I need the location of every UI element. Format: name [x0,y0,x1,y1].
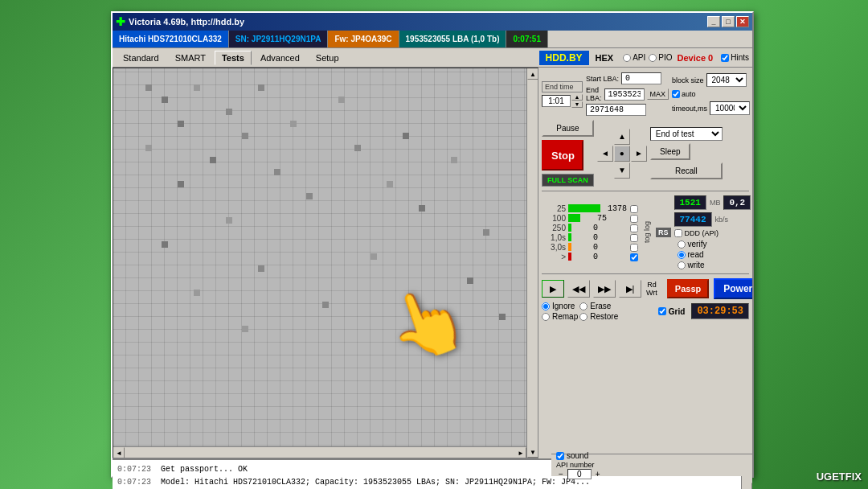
tog-log-label: tog log [641,220,653,244]
block-size-select[interactable]: 2048 [706,73,747,87]
power-button[interactable]: Power [714,278,752,299]
ddd-checkbox[interactable] [674,229,682,237]
scan-block [145,84,152,91]
cb1[interactable] [630,205,638,213]
log-scroll-thumb[interactable] [743,483,752,489]
tab-tests[interactable]: Tests [215,51,252,65]
cb6[interactable] [630,253,638,261]
scan-block [194,290,200,296]
verify-radio[interactable]: verify [678,240,752,249]
play-button[interactable]: ▶ [542,280,564,298]
dir-left-button[interactable]: ◄ [597,146,613,162]
hints-checkbox-group: Hints [721,53,749,62]
end-of-test-select[interactable]: End of test [650,127,723,141]
pio-radio[interactable]: PIO [649,53,672,62]
full-scan-button[interactable]: FULL SCAN [542,174,594,187]
pause-button[interactable]: Pause [542,120,594,137]
close-button[interactable]: ✕ [736,16,749,27]
block-timeout-group: block size 2048 auto timeout,ms 10000 [672,73,750,115]
lba-value2-row [586,104,669,116]
dir-up-button[interactable]: ▲ [614,129,630,145]
grid-checkbox[interactable] [658,307,666,315]
auto-checkbox[interactable] [672,90,680,98]
stop-button[interactable]: Stop [542,140,583,171]
write-radio[interactable]: write [678,261,752,269]
fw-segment: Fw: JP4OA39C [328,31,399,47]
fw-label: Fw: [334,35,348,43]
next-button[interactable]: ▶▶ [593,280,616,298]
sound-checkbox[interactable] [556,452,564,460]
maximize-button[interactable]: □ [722,16,735,27]
start-lba-input[interactable] [621,72,661,84]
kbs-value: 77442 [674,212,712,227]
cb3[interactable] [630,224,638,232]
end-lba-label: End LBA: [586,86,602,102]
title-bar: ✚ Victoria 4.69b, http://hdd.by _ □ ✕ [113,13,752,31]
menu-bar: Standard SMART Tests Advanced Setup HDD.… [113,48,752,68]
percent-value: 0,2 [723,195,751,210]
time-up-button[interactable]: ▲ [571,94,583,101]
cb5[interactable] [630,244,638,252]
timing-bar-100 [568,214,580,222]
sleep-button[interactable]: Sleep [650,143,690,160]
sn-value: JP2911HQ29N1PA [252,35,321,43]
minimize-button[interactable]: _ [707,16,720,27]
scroll-down-arrow[interactable]: ▼ [527,446,538,458]
dir-down-button[interactable]: ▼ [614,162,630,179]
scroll-left-arrow[interactable]: ◄ [113,447,125,458]
timing-row-25ms: 25 1378 [542,204,627,213]
cb4[interactable] [630,234,638,242]
info-bar: Hitachi HDS721010CLA332 SN: JP2911HQ29N1… [113,31,752,48]
sn-label: SN: [235,35,249,43]
end-time-input[interactable] [542,95,571,107]
ignore-radio[interactable]: Ignore [542,302,578,310]
main-content: ▲ ▼ ◄ ► [113,68,752,458]
api-value-input[interactable] [567,469,592,479]
end-button[interactable]: ▶| [619,280,641,298]
scroll-up-arrow[interactable]: ▲ [527,68,538,80]
scan-block [145,145,152,151]
tab-smart[interactable]: SMART [168,51,213,65]
scan-block [403,133,409,139]
read-radio[interactable]: read [678,250,752,259]
sn-segment: SN: JP2911HQ29N1PA [229,31,329,47]
timing-row-1s: 1,0s 0 [542,233,627,242]
passp-button[interactable]: Passp [667,279,709,298]
tab-setup[interactable]: Setup [309,51,346,65]
dir-center-button[interactable]: ● [614,146,630,162]
scan-scrollbar-h[interactable]: ◄ ► [113,446,526,458]
api-radio[interactable]: API [623,53,645,62]
remap-radio[interactable]: Remap [542,312,578,321]
restore-radio[interactable]: Restore [579,312,618,321]
erase-radio[interactable]: Erase [579,302,618,310]
end-lba-input[interactable] [604,88,645,101]
auto-checkbox-row: auto [672,90,696,98]
api-minus[interactable]: − [556,470,566,479]
prev-button[interactable]: ◀◀ [567,280,590,298]
scan-block [242,133,248,139]
scroll-right-arrow[interactable]: ► [515,447,526,458]
tab-standard[interactable]: Standard [116,51,166,65]
dir-right-button[interactable]: ► [631,146,647,162]
time-down-button[interactable]: ▼ [571,101,583,108]
scan-scrollbar[interactable]: ▲ ▼ [526,68,538,458]
mb-unit: MB [710,199,721,207]
lba-value2-input[interactable] [586,104,646,116]
restore-label: Restore [590,312,618,321]
scan-block [451,157,457,163]
end-time-spin[interactable]: ▲ ▼ [542,94,583,108]
error-radio-group: Ignore Erase Remap Restore [542,302,618,321]
scan-block [258,265,264,272]
hints-checkbox[interactable] [721,54,729,62]
ugetfix-watermark: UGETFIX [817,471,862,483]
scan-block [387,181,393,187]
timing-count-25: 1378 [603,204,627,213]
bottom-panel: sound API number − + [551,454,752,476]
api-plus[interactable]: + [593,470,603,479]
max-button[interactable]: MAX [647,88,669,100]
recall-button[interactable]: Recall [650,162,723,179]
lba-text: 1953523055 LBA (1,0 Tb) [406,35,500,43]
timeout-select[interactable]: 10000 [710,101,750,115]
cb2[interactable] [630,215,638,223]
tab-advanced[interactable]: Advanced [253,51,307,65]
